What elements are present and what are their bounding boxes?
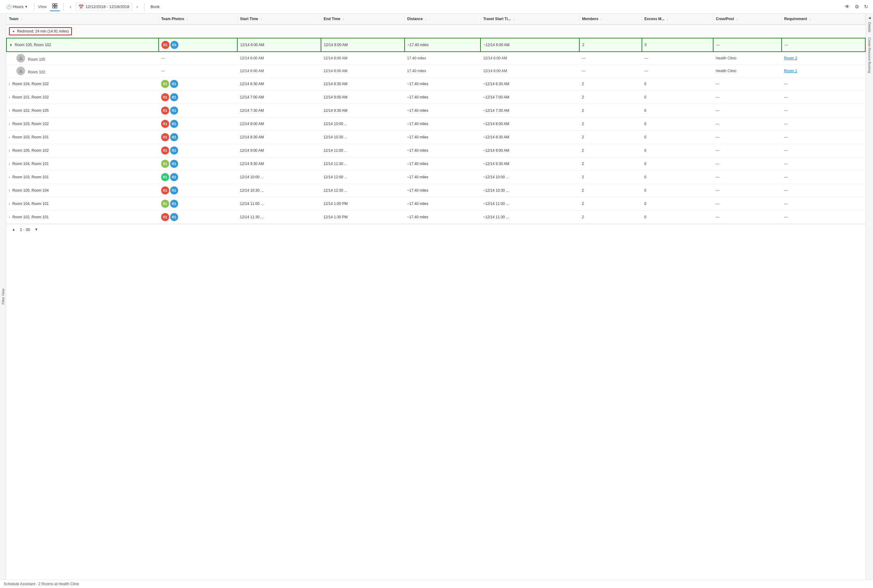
avatar-group: R1R1	[161, 41, 235, 49]
svg-rect-0	[53, 4, 54, 6]
expand-toggle[interactable]: ›	[9, 149, 10, 152]
team-cell: › Room 105, Room 102	[6, 144, 159, 157]
distance-cell: ~17.40 miles	[404, 77, 481, 91]
members-cell: 2	[579, 157, 642, 171]
members-cell: 2	[579, 117, 642, 130]
team-name: Room 103, Room 101	[12, 175, 49, 179]
distance-cell: ~17.40 miles	[404, 104, 481, 117]
schedule-table-area[interactable]: Team ↓ Team Photos ↓ Start Time ↓ End	[6, 14, 865, 580]
travel-start-cell: ~12/14 8:00 AM	[481, 117, 579, 130]
team-cell: › Room 102, Room 101	[6, 210, 159, 224]
table-row[interactable]: › Room 102, Room 101 R1R1 12/14 11:30 ..…	[6, 210, 865, 224]
refresh-button[interactable]: ↻	[863, 3, 869, 11]
end-time-cell: 12/14 12:30 ...	[321, 184, 404, 197]
page-range: 1 - 30	[20, 227, 30, 232]
travel-start-cell: ~12/14 10:00 ...	[481, 171, 579, 184]
end-time-cell: 12/14 1:00 PM	[321, 197, 404, 210]
requirement-cell: ---	[781, 91, 865, 104]
group-header-cell[interactable]: ▼ Redmond: 24 min (14.91 miles)	[6, 24, 865, 38]
page-next-button[interactable]: ▼	[33, 226, 40, 232]
table-row[interactable]: Room 105 --- 12/14 6:00 AM 12/14 8:00 AM…	[6, 52, 865, 65]
table-row[interactable]: › Room 104, Room 101 R1R1 12/14 11:00 ..…	[6, 197, 865, 210]
table-row[interactable]: Room 102 --- 12/14 6:00 AM 12/14 8:00 AM…	[6, 65, 865, 77]
table-row[interactable]: › Room 103, Room 101 R1R1 12/14 8:30 AM …	[6, 130, 865, 144]
date-range-picker[interactable]: 📅 12/12/2018 - 12/18/2018	[75, 3, 132, 11]
col-header-end-time[interactable]: End Time ↓	[321, 14, 404, 24]
hours-dropdown-icon: ▼	[25, 5, 28, 8]
schedule-table: Team ↓ Team Photos ↓ Start Time ↓ End	[6, 14, 865, 224]
excess-cell: 0	[642, 117, 714, 130]
next-date-button[interactable]: ›	[134, 3, 140, 10]
expand-toggle[interactable]: ›	[9, 109, 10, 112]
end-time-sort-arrow: ↓	[343, 17, 344, 21]
avatar: R1	[170, 200, 178, 208]
expand-toggle[interactable]: ›	[9, 82, 10, 86]
col-header-travel-start[interactable]: Travel Start Ti... ↓	[481, 14, 579, 24]
col-header-distance[interactable]: Distance ↓	[404, 14, 481, 24]
col-header-members[interactable]: Members ↓	[579, 14, 642, 24]
table-row[interactable]: › Room 103, Room 102 R1R1 12/14 8:00 AM …	[6, 117, 865, 130]
table-row[interactable]: › Room 103, Room 101 R1R1 12/14 10:00 ..…	[6, 171, 865, 184]
members-cell: ---	[579, 65, 642, 77]
svg-rect-2	[53, 6, 54, 8]
table-row[interactable]: › Room 104, Room 102 R1R1 12/14 6:30 AM …	[6, 77, 865, 91]
requirement-link[interactable]: Room 2	[784, 56, 797, 60]
crew-pool-cell: Health Clinic	[713, 65, 781, 77]
table-row[interactable]: › Room 105, Room 104 R1R1 12/14 10:30 ..…	[6, 184, 865, 197]
end-time-cell: 12/14 8:00 AM	[321, 38, 404, 52]
photos-cell: ---	[159, 52, 237, 65]
team-cell: › Room 102, Room 105	[6, 104, 159, 117]
col-header-requirement[interactable]: Requirement ↓	[781, 14, 865, 24]
group-header-row[interactable]: ▼ Redmond: 24 min (14.91 miles)	[6, 24, 865, 38]
page-prev-button[interactable]: ▲	[10, 226, 17, 232]
col-header-team-photos[interactable]: Team Photos ↓	[159, 14, 237, 24]
requirement-link[interactable]: Room 1	[784, 69, 797, 73]
travel-start-cell: 12/14 6:00 AM	[481, 52, 579, 65]
book-button[interactable]: Book	[148, 3, 162, 10]
end-time-cell: 12/14 8:00 AM	[321, 52, 404, 65]
end-time-cell: 12/14 10:00 ...	[321, 117, 404, 130]
expand-toggle[interactable]: ›	[9, 162, 10, 166]
team-name: Room 103, Room 102	[12, 122, 49, 126]
hours-button[interactable]: 🕐 Hours ▼	[4, 3, 30, 10]
distance-sort-arrow: ↓	[425, 17, 427, 21]
expand-toggle[interactable]: ›	[9, 176, 10, 179]
table-row[interactable]: › Room 102, Room 105 R1R1 12/14 7:30 AM …	[6, 104, 865, 117]
crew-pool-cell: ---	[713, 157, 781, 171]
settings-button[interactable]: ⚙	[853, 3, 860, 11]
col-header-start-time[interactable]: Start Time ↓	[237, 14, 321, 24]
col-header-crew-pool[interactable]: Crew/Pool ↓	[713, 14, 781, 24]
refresh-icon: ↻	[864, 4, 868, 9]
distance-cell: 17.40 miles	[404, 52, 481, 65]
expand-toggle[interactable]: ›	[9, 202, 10, 206]
table-row[interactable]: › Room 101, Room 102 R1R1 12/14 7:00 AM …	[6, 91, 865, 104]
table-row[interactable]: ▼ Room 105, Room 102 R1R1 12/14 6:00 AM …	[6, 38, 865, 52]
excess-sort-arrow: ↓	[667, 17, 668, 21]
photos-cell: R1R1	[159, 171, 237, 184]
expand-toggle[interactable]: ›	[9, 216, 10, 219]
col-header-team[interactable]: Team ↓	[6, 14, 159, 24]
start-time-cell: 12/14 7:00 AM	[237, 91, 321, 104]
toolbar-right-group: 👁 ⚙ ↻	[844, 3, 869, 11]
excess-cell: 0	[642, 184, 714, 197]
table-row[interactable]: › Room 104, Room 101 R1R1 12/14 9:30 AM …	[6, 157, 865, 171]
right-side-panel[interactable]: ◀ Details Create Resource Booking	[865, 14, 873, 580]
team-name: Room 102, Room 101	[12, 215, 49, 219]
grid-view-button[interactable]	[50, 2, 60, 11]
distance-cell: ~17.40 miles	[404, 130, 481, 144]
hours-label: Hours	[13, 4, 24, 9]
expand-toggle[interactable]: ›	[9, 189, 10, 192]
table-row[interactable]: › Room 105, Room 102 R1R1 12/14 9:00 AM …	[6, 144, 865, 157]
filter-view-panel[interactable]: Filter View	[0, 14, 6, 580]
members-cell: 2	[579, 130, 642, 144]
prev-date-button[interactable]: ‹	[68, 3, 74, 10]
expand-toggle[interactable]: ›	[9, 96, 10, 99]
expand-toggle[interactable]: ›	[9, 122, 10, 126]
eye-button[interactable]: 👁	[844, 3, 851, 11]
photos-cell: R1R1	[159, 130, 237, 144]
expand-toggle[interactable]: ▼	[9, 44, 12, 47]
excess-cell: ---	[642, 52, 714, 65]
col-header-excess[interactable]: Excess M... ↓	[642, 14, 714, 24]
expand-toggle[interactable]: ›	[9, 136, 10, 139]
crew-pool-cell: Health Clinic	[713, 52, 781, 65]
